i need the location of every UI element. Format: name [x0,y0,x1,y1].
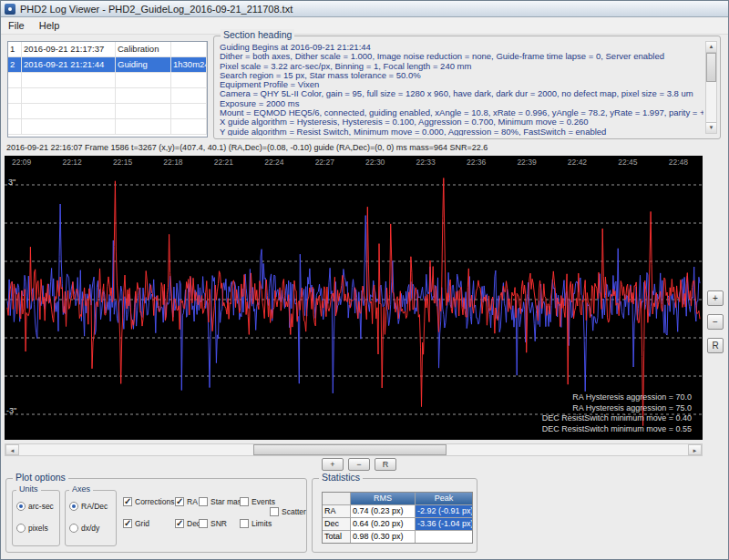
stats-ra-peak[interactable]: -2.92 (-0.91 px) [416,505,472,517]
graph-area[interactable]: 22:09 22:12 22:15 22:18 22:21 22:24 22:2… [5,156,703,440]
graph-annotations: RA Hysteresis aggression = 70.0 RA Hyste… [542,392,692,434]
session-duration: 1h30m24s [171,57,207,72]
radio-pixels[interactable]: pixels [16,524,48,533]
checkbox-label: Events [252,497,275,506]
checkbox-dec[interactable]: Dec [175,519,200,528]
radio-ra-dec[interactable]: RA/Dec [69,502,108,511]
checkbox-icon [199,519,208,528]
stats-total-peak[interactable] [416,531,472,543]
plot-options-groupbox: Plot options Units arc-sec pixels Axes R… [5,478,307,553]
checkbox-icon [199,497,208,506]
session-row-guiding[interactable]: 2 2016-09-21 21:21:44 Guiding 1h30m24s [8,57,207,73]
app-window: PHD2 Log Viewer - PHD2_GuideLog_2016-09-… [0,0,729,560]
hzoom-out-button[interactable]: − [348,458,370,471]
checkbox-snr[interactable]: SNR [199,519,227,528]
stats-total-rms[interactable]: 0.98 (0.30 px) [351,531,415,543]
stats-header-rms[interactable]: RMS [351,493,415,504]
checkbox-icon [123,519,132,528]
status-line: 2016-09-21 22:16:07 Frame 1586 t=3267 (x… [6,143,723,152]
checkbox-scatter[interactable]: Scatter [270,507,306,516]
units-groupbox: Units arc-sec pixels [12,490,60,546]
stats-dec-peak[interactable]: -3.36 (-1.04 px) [416,518,472,530]
radio-icon [16,502,26,511]
radio-arc-sec[interactable]: arc-sec [16,502,54,511]
time-axis-labels: 22:09 22:12 22:15 22:18 22:21 22:24 22:2… [12,158,688,167]
window-title: PHD2 Log Viewer - PHD2_GuideLog_2016-09-… [20,4,293,15]
section-scrollbar[interactable]: ▲ ▼ [705,41,717,134]
time-tick: 22:27 [315,158,334,167]
units-label: Units [16,484,41,494]
window-titlebar[interactable]: PHD2 Log Viewer - PHD2_GuideLog_2016-09-… [1,1,728,17]
section-line: Y guide algorithm = Resist Switch, Minim… [220,127,703,136]
checkbox-label: RA [187,497,198,506]
checkbox-events[interactable]: Events [240,497,275,506]
checkbox-limits[interactable]: Limits [240,519,272,528]
stats-row-label: Total [323,531,350,543]
stats-ra-rms[interactable]: 0.74 (0.23 px) [351,505,415,517]
stats-dec-rms[interactable]: 0.64 (0.20 px) [351,518,415,530]
stats-header-peak[interactable]: Peak [416,493,472,504]
hzoom-reset-button[interactable]: R [375,458,396,471]
checkbox-label: SNR [210,519,227,528]
hscrollbar-thumb[interactable] [253,444,447,455]
menubar: File Help [1,17,728,35]
radio-label: arc-sec [28,502,54,511]
checkbox-icon [175,497,184,506]
graph-hscrollbar[interactable]: ◄ ► [5,443,703,456]
scroll-down-icon[interactable]: ▼ [706,122,716,133]
checkbox-corrections[interactable]: Corrections [123,497,174,506]
radio-icon [16,524,26,533]
table-row-empty [8,104,207,119]
table-row-empty [8,119,207,135]
session-time: 2016-09-21 21:17:37 [22,42,116,56]
radio-icon [69,524,78,533]
vzoom-out-button[interactable]: − [707,314,724,330]
checkbox-ra[interactable]: RA [175,497,198,506]
time-tick: 22:24 [264,158,283,167]
section-scrollbar-thumb[interactable] [706,53,716,82]
stats-row-label: RA [323,505,350,517]
sessions-table[interactable]: 1 2016-09-21 21:17:37 Calibration 2 2016… [7,41,208,137]
statistics-label: Statistics [319,472,363,483]
y-axis-bottom-label: -3" [6,406,16,415]
axes-label: Axes [69,484,93,494]
hzoom-in-button[interactable]: + [322,458,344,471]
time-tick: 22:48 [669,158,688,167]
radio-dx-dy[interactable]: dx/dy [69,524,99,533]
stats-header-blank [323,493,350,504]
vzoom-in-button[interactable]: + [707,290,724,306]
session-num: 1 [8,42,22,56]
section-heading-label: Section heading [221,29,294,40]
time-tick: 22:12 [62,158,81,167]
session-num: 2 [8,57,22,72]
time-tick: 22:30 [365,158,385,167]
session-row-calibration[interactable]: 1 2016-09-21 21:17:37 Calibration [8,42,207,57]
scroll-left-icon[interactable]: ◄ [5,444,19,455]
scroll-up-icon[interactable]: ▲ [706,42,716,53]
checkbox-label: Scatter [282,507,306,516]
annotation-line: RA Hysteresis aggression = 70.0 [542,392,692,403]
checkbox-label: Grid [135,519,149,528]
section-heading-text: Guiding Begins at 2016-09-21 21:21:44 Di… [220,43,703,136]
checkbox-icon [240,497,249,506]
radio-label: pixels [28,524,48,533]
annotation-line: DEC ResistSwitch minimum move = 0.40 [542,413,692,424]
vertical-zoom-buttons: + − R [707,290,724,353]
time-tick: 22:39 [517,158,536,167]
session-time: 2016-09-21 21:21:44 [22,57,116,72]
app-icon [5,4,15,15]
checkbox-star-mass[interactable]: Star mass [199,497,245,506]
annotation-line: DEC ResistSwitch minimum move = 0.55 [542,424,692,435]
menu-item-help[interactable]: Help [32,18,67,33]
section-heading-groupbox: Section heading Guiding Begins at 2016-0… [213,36,721,139]
time-tick: 22:45 [618,158,637,167]
plot-options-label: Plot options [13,472,68,483]
menu-item-file[interactable]: File [1,18,32,33]
time-tick: 22:15 [113,158,132,167]
vzoom-reset-button[interactable]: R [707,338,724,353]
radio-icon [69,502,78,511]
scroll-right-icon[interactable]: ► [688,444,702,455]
checkbox-grid[interactable]: Grid [123,519,149,528]
session-type: Calibration [116,42,171,56]
table-row-empty [8,73,207,88]
